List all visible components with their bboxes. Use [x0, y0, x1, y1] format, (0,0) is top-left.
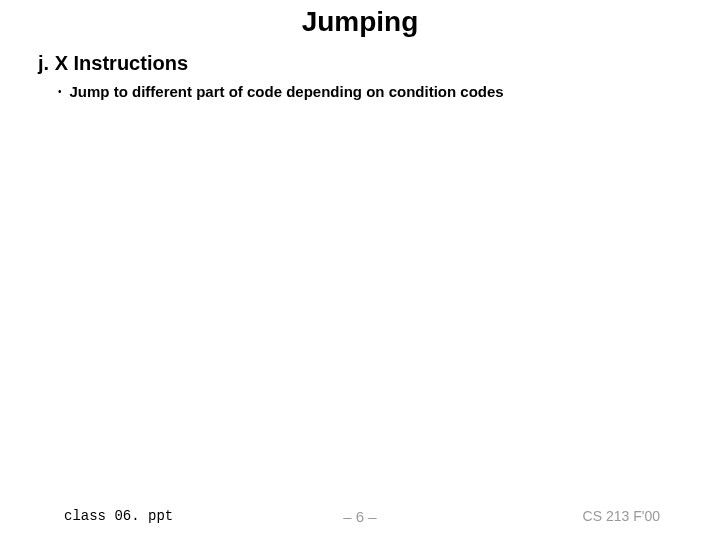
slide-footer: class 06. ppt – 6 – CS 213 F'00 [0, 508, 720, 524]
footer-filename: class 06. ppt [64, 508, 173, 524]
bullet-dot-icon: • [58, 86, 62, 97]
section-heading: j. X Instructions [38, 52, 720, 75]
bullet-item: • Jump to different part of code dependi… [58, 83, 720, 100]
slide-title: Jumping [0, 0, 720, 38]
bullet-text: Jump to different part of code depending… [70, 83, 504, 100]
footer-course: CS 213 F'00 [583, 508, 660, 524]
footer-page-number: – 6 – [343, 508, 376, 525]
